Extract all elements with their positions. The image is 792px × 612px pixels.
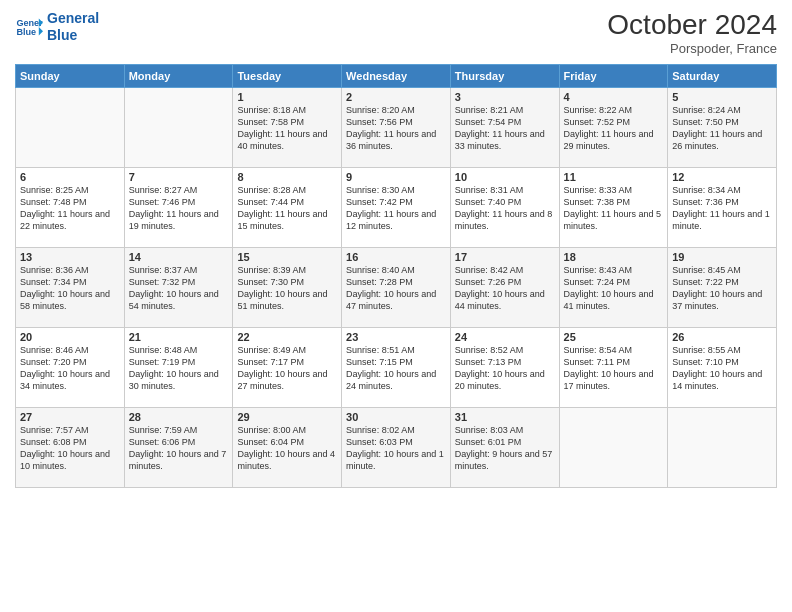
location-title: Porspoder, France <box>607 41 777 56</box>
calendar-cell: 1 Sunrise: 8:18 AMSunset: 7:58 PMDayligh… <box>233 87 342 167</box>
calendar-cell: 8 Sunrise: 8:28 AMSunset: 7:44 PMDayligh… <box>233 167 342 247</box>
day-info: Sunrise: 8:30 AMSunset: 7:42 PMDaylight:… <box>346 185 436 231</box>
calendar-cell: 19 Sunrise: 8:45 AMSunset: 7:22 PMDaylig… <box>668 247 777 327</box>
calendar-table: Sunday Monday Tuesday Wednesday Thursday… <box>15 64 777 488</box>
day-number: 15 <box>237 251 337 263</box>
day-number: 28 <box>129 411 229 423</box>
day-number: 1 <box>237 91 337 103</box>
calendar-cell <box>559 407 668 487</box>
title-block: October 2024 Porspoder, France <box>607 10 777 56</box>
day-info: Sunrise: 8:55 AMSunset: 7:10 PMDaylight:… <box>672 345 762 391</box>
svg-text:Blue: Blue <box>16 27 36 37</box>
day-number: 4 <box>564 91 664 103</box>
logo-icon: General Blue <box>15 13 43 41</box>
day-info: Sunrise: 8:22 AMSunset: 7:52 PMDaylight:… <box>564 105 654 151</box>
day-number: 12 <box>672 171 772 183</box>
calendar-cell: 7 Sunrise: 8:27 AMSunset: 7:46 PMDayligh… <box>124 167 233 247</box>
col-wednesday: Wednesday <box>342 64 451 87</box>
day-number: 22 <box>237 331 337 343</box>
day-info: Sunrise: 8:54 AMSunset: 7:11 PMDaylight:… <box>564 345 654 391</box>
calendar-cell <box>668 407 777 487</box>
day-info: Sunrise: 8:52 AMSunset: 7:13 PMDaylight:… <box>455 345 545 391</box>
calendar-cell: 29 Sunrise: 8:00 AMSunset: 6:04 PMDaylig… <box>233 407 342 487</box>
header-row: Sunday Monday Tuesday Wednesday Thursday… <box>16 64 777 87</box>
day-number: 27 <box>20 411 120 423</box>
calendar-cell: 14 Sunrise: 8:37 AMSunset: 7:32 PMDaylig… <box>124 247 233 327</box>
calendar-cell: 22 Sunrise: 8:49 AMSunset: 7:17 PMDaylig… <box>233 327 342 407</box>
day-number: 11 <box>564 171 664 183</box>
logo-line1: General <box>47 10 99 27</box>
day-number: 14 <box>129 251 229 263</box>
day-number: 20 <box>20 331 120 343</box>
col-saturday: Saturday <box>668 64 777 87</box>
calendar-cell: 4 Sunrise: 8:22 AMSunset: 7:52 PMDayligh… <box>559 87 668 167</box>
day-number: 5 <box>672 91 772 103</box>
calendar-cell: 18 Sunrise: 8:43 AMSunset: 7:24 PMDaylig… <box>559 247 668 327</box>
col-friday: Friday <box>559 64 668 87</box>
day-info: Sunrise: 8:34 AMSunset: 7:36 PMDaylight:… <box>672 185 770 231</box>
calendar-cell: 30 Sunrise: 8:02 AMSunset: 6:03 PMDaylig… <box>342 407 451 487</box>
day-number: 21 <box>129 331 229 343</box>
week-row-1: 6 Sunrise: 8:25 AMSunset: 7:48 PMDayligh… <box>16 167 777 247</box>
page: General Blue General Blue October 2024 P… <box>0 0 792 612</box>
calendar-cell: 28 Sunrise: 7:59 AMSunset: 6:06 PMDaylig… <box>124 407 233 487</box>
calendar-cell: 11 Sunrise: 8:33 AMSunset: 7:38 PMDaylig… <box>559 167 668 247</box>
calendar-cell: 9 Sunrise: 8:30 AMSunset: 7:42 PMDayligh… <box>342 167 451 247</box>
logo-line2: Blue <box>47 27 99 44</box>
day-number: 13 <box>20 251 120 263</box>
calendar-cell: 5 Sunrise: 8:24 AMSunset: 7:50 PMDayligh… <box>668 87 777 167</box>
day-number: 7 <box>129 171 229 183</box>
day-number: 19 <box>672 251 772 263</box>
day-number: 30 <box>346 411 446 423</box>
day-number: 26 <box>672 331 772 343</box>
day-number: 6 <box>20 171 120 183</box>
week-row-4: 27 Sunrise: 7:57 AMSunset: 6:08 PMDaylig… <box>16 407 777 487</box>
week-row-3: 20 Sunrise: 8:46 AMSunset: 7:20 PMDaylig… <box>16 327 777 407</box>
col-tuesday: Tuesday <box>233 64 342 87</box>
calendar-cell: 17 Sunrise: 8:42 AMSunset: 7:26 PMDaylig… <box>450 247 559 327</box>
col-monday: Monday <box>124 64 233 87</box>
calendar-cell: 16 Sunrise: 8:40 AMSunset: 7:28 PMDaylig… <box>342 247 451 327</box>
calendar-cell: 3 Sunrise: 8:21 AMSunset: 7:54 PMDayligh… <box>450 87 559 167</box>
day-info: Sunrise: 7:59 AMSunset: 6:06 PMDaylight:… <box>129 425 227 471</box>
col-thursday: Thursday <box>450 64 559 87</box>
calendar-cell <box>124 87 233 167</box>
day-info: Sunrise: 8:02 AMSunset: 6:03 PMDaylight:… <box>346 425 444 471</box>
day-info: Sunrise: 7:57 AMSunset: 6:08 PMDaylight:… <box>20 425 110 471</box>
day-info: Sunrise: 8:24 AMSunset: 7:50 PMDaylight:… <box>672 105 762 151</box>
day-number: 9 <box>346 171 446 183</box>
calendar-cell: 21 Sunrise: 8:48 AMSunset: 7:19 PMDaylig… <box>124 327 233 407</box>
calendar-cell: 27 Sunrise: 7:57 AMSunset: 6:08 PMDaylig… <box>16 407 125 487</box>
day-info: Sunrise: 8:40 AMSunset: 7:28 PMDaylight:… <box>346 265 436 311</box>
calendar-cell: 25 Sunrise: 8:54 AMSunset: 7:11 PMDaylig… <box>559 327 668 407</box>
calendar-cell: 6 Sunrise: 8:25 AMSunset: 7:48 PMDayligh… <box>16 167 125 247</box>
day-info: Sunrise: 8:03 AMSunset: 6:01 PMDaylight:… <box>455 425 553 471</box>
day-info: Sunrise: 8:00 AMSunset: 6:04 PMDaylight:… <box>237 425 335 471</box>
week-row-2: 13 Sunrise: 8:36 AMSunset: 7:34 PMDaylig… <box>16 247 777 327</box>
calendar-cell: 31 Sunrise: 8:03 AMSunset: 6:01 PMDaylig… <box>450 407 559 487</box>
header: General Blue General Blue October 2024 P… <box>15 10 777 56</box>
day-info: Sunrise: 8:49 AMSunset: 7:17 PMDaylight:… <box>237 345 327 391</box>
calendar-cell: 26 Sunrise: 8:55 AMSunset: 7:10 PMDaylig… <box>668 327 777 407</box>
day-info: Sunrise: 8:46 AMSunset: 7:20 PMDaylight:… <box>20 345 110 391</box>
day-number: 24 <box>455 331 555 343</box>
day-info: Sunrise: 8:43 AMSunset: 7:24 PMDaylight:… <box>564 265 654 311</box>
day-number: 3 <box>455 91 555 103</box>
day-info: Sunrise: 8:37 AMSunset: 7:32 PMDaylight:… <box>129 265 219 311</box>
day-info: Sunrise: 8:36 AMSunset: 7:34 PMDaylight:… <box>20 265 110 311</box>
day-number: 17 <box>455 251 555 263</box>
day-number: 18 <box>564 251 664 263</box>
day-info: Sunrise: 8:33 AMSunset: 7:38 PMDaylight:… <box>564 185 662 231</box>
day-info: Sunrise: 8:31 AMSunset: 7:40 PMDaylight:… <box>455 185 553 231</box>
day-info: Sunrise: 8:18 AMSunset: 7:58 PMDaylight:… <box>237 105 327 151</box>
day-number: 2 <box>346 91 446 103</box>
day-info: Sunrise: 8:39 AMSunset: 7:30 PMDaylight:… <box>237 265 327 311</box>
day-info: Sunrise: 8:25 AMSunset: 7:48 PMDaylight:… <box>20 185 110 231</box>
calendar-cell: 12 Sunrise: 8:34 AMSunset: 7:36 PMDaylig… <box>668 167 777 247</box>
calendar-cell: 20 Sunrise: 8:46 AMSunset: 7:20 PMDaylig… <box>16 327 125 407</box>
calendar-cell: 13 Sunrise: 8:36 AMSunset: 7:34 PMDaylig… <box>16 247 125 327</box>
col-sunday: Sunday <box>16 64 125 87</box>
day-info: Sunrise: 8:28 AMSunset: 7:44 PMDaylight:… <box>237 185 327 231</box>
day-number: 25 <box>564 331 664 343</box>
day-info: Sunrise: 8:21 AMSunset: 7:54 PMDaylight:… <box>455 105 545 151</box>
